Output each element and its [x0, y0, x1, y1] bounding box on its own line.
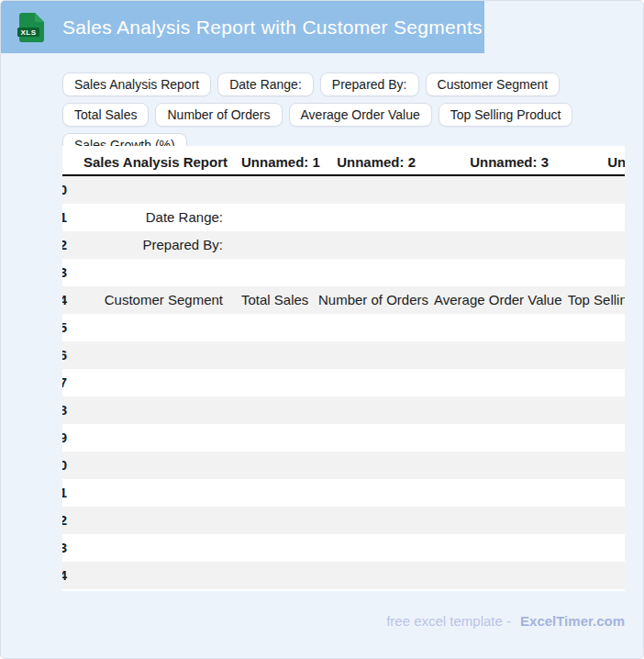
table-cell — [309, 507, 425, 534]
table-cell — [74, 534, 232, 562]
table-cell — [558, 397, 625, 424]
column-header-unnamed-3: Unnamed: 3 — [425, 151, 558, 175]
chip-prepared-by[interactable]: Prepared By: — [320, 73, 419, 96]
table-cell — [558, 204, 625, 231]
chip-number-of-orders[interactable]: Number of Orders — [155, 103, 282, 127]
table-row: 5 — [62, 314, 625, 341]
table-cell — [232, 397, 309, 424]
chip-top-selling-product[interactable]: Top Selling Product — [439, 103, 573, 127]
table-row: 1Date Range: — [62, 204, 625, 231]
table-row: 13 — [62, 534, 625, 562]
table-cell: Top Selling Product — [558, 286, 625, 314]
row-index: 14 — [62, 562, 74, 589]
table-cell — [558, 534, 625, 562]
table-cell — [309, 424, 425, 452]
table-row: 8 — [62, 397, 625, 424]
footer-label: free excel template - — [386, 613, 511, 629]
table-cell — [558, 231, 625, 259]
table-cell: Number of Orders — [309, 286, 425, 314]
footer: free excel template -ExcelTimer.com — [386, 613, 625, 629]
table-row: 9 — [62, 424, 625, 452]
table-cell — [558, 562, 625, 589]
table-cell — [558, 424, 625, 452]
table-row: 6 — [62, 341, 625, 369]
svg-text:XLS: XLS — [20, 28, 36, 37]
table-cell — [74, 314, 232, 341]
table-cell — [309, 314, 425, 341]
table-cell — [74, 562, 232, 589]
table-cell — [425, 534, 558, 562]
table-cell — [232, 369, 309, 397]
table-cell — [309, 369, 425, 397]
table-cell — [425, 369, 558, 397]
table-cell — [425, 397, 558, 424]
table-cell — [309, 204, 425, 231]
row-index: 8 — [62, 397, 74, 424]
row-index: 9 — [62, 424, 74, 452]
chip-average-order-value[interactable]: Average Order Value — [289, 103, 432, 127]
column-header-unnamed-2: Unnamed: 2 — [309, 151, 425, 175]
table-cell — [558, 314, 625, 341]
table-body: 01Date Range:2Prepared By:34Customer Seg… — [62, 175, 625, 589]
table-cell — [74, 397, 232, 424]
table-cell — [74, 341, 232, 369]
page-title: Sales Analysis Report with Customer Segm… — [62, 17, 483, 39]
table-header-row: Sales Analysis ReportUnnamed: 1Unnamed: … — [62, 151, 625, 175]
table-cell — [425, 452, 558, 479]
page: XLS Sales Analysis Report with Customer … — [0, 0, 644, 659]
row-index: 12 — [62, 507, 74, 534]
table-row: 2Prepared By: — [62, 231, 625, 259]
table-row: 11 — [62, 479, 625, 507]
table-cell — [309, 231, 425, 259]
chip-sales-analysis-report[interactable]: Sales Analysis Report — [62, 73, 211, 96]
table-cell — [232, 452, 309, 479]
row-index: 5 — [62, 314, 74, 341]
table-cell — [425, 259, 558, 286]
table-cell — [232, 424, 309, 452]
table-cell — [558, 369, 625, 397]
table-header: Sales Analysis ReportUnnamed: 1Unnamed: … — [62, 151, 625, 175]
table-cell: Total Sales — [232, 286, 309, 314]
table-cell — [309, 175, 425, 204]
table-cell — [425, 175, 558, 204]
chip-date-range[interactable]: Date Range: — [217, 73, 314, 96]
table-row: 0 — [62, 175, 625, 204]
table-cell — [74, 369, 232, 397]
row-index: 3 — [62, 259, 74, 286]
table-cell: Prepared By: — [74, 231, 232, 259]
row-index: 11 — [62, 479, 74, 507]
table-cell — [309, 259, 425, 286]
table-cell — [425, 314, 558, 341]
table-cell — [558, 259, 625, 286]
table-row: 4Customer SegmentTotal SalesNumber of Or… — [62, 286, 625, 314]
row-index: 6 — [62, 341, 74, 369]
table-cell — [425, 424, 558, 452]
row-index: 4 — [62, 286, 74, 314]
table-cell — [425, 562, 558, 589]
table-cell — [558, 452, 625, 479]
table-cell — [309, 452, 425, 479]
table-cell — [425, 507, 558, 534]
chip-total-sales[interactable]: Total Sales — [62, 103, 149, 127]
table-cell — [232, 259, 309, 286]
row-index: 1 — [62, 204, 74, 231]
spreadsheet-preview: Sales Analysis ReportUnnamed: 1Unnamed: … — [62, 146, 625, 591]
table-row: 12 — [62, 507, 625, 534]
table-cell — [232, 204, 309, 231]
table-cell — [74, 259, 232, 286]
row-index: 2 — [62, 231, 74, 259]
table-cell: Date Range: — [74, 204, 232, 231]
data-table: Sales Analysis ReportUnnamed: 1Unnamed: … — [62, 151, 625, 589]
column-header-sales-analysis-report: Sales Analysis Report — [74, 151, 232, 175]
table-row: 14 — [62, 562, 625, 589]
table-cell — [74, 175, 232, 204]
footer-brand-link[interactable]: ExcelTimer.com — [520, 613, 625, 629]
column-header-unnamed-4: Unnamed: 4 — [558, 151, 625, 175]
field-chip-list: Sales Analysis ReportDate Range:Prepared… — [62, 73, 644, 157]
table-cell — [232, 231, 309, 259]
table-cell: Average Order Value — [425, 286, 558, 314]
chip-customer-segment[interactable]: Customer Segment — [426, 73, 561, 96]
xls-file-icon: XLS — [17, 12, 45, 43]
table-cell — [309, 341, 425, 369]
table-cell — [558, 175, 625, 204]
